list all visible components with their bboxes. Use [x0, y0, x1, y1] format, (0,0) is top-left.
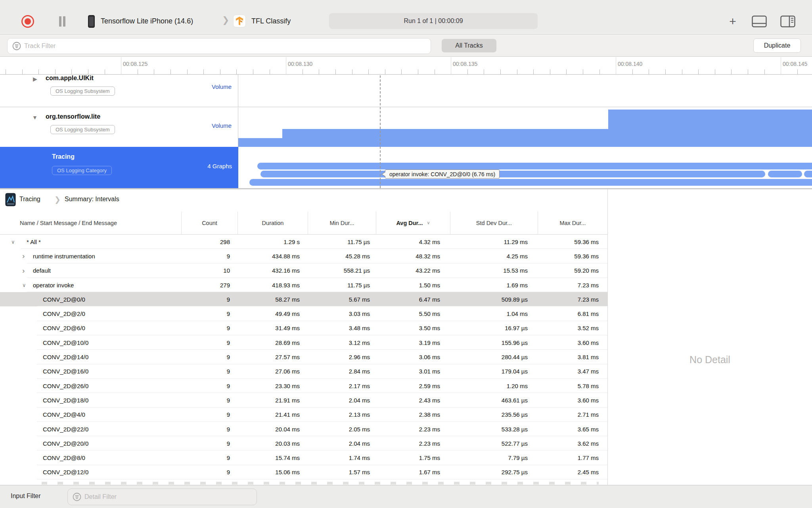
- table-row[interactable]: CONV_2D@2/0949.49 ms3.03 ms5.50 ms1.04 m…: [0, 306, 607, 321]
- volume-histogram-lane[interactable]: [238, 108, 812, 147]
- row-disclosure-icon[interactable]: ∨: [22, 278, 30, 292]
- uikit-lane[interactable]: [238, 75, 812, 107]
- table-row[interactable]: CONV_2D@8/0915.74 ms1.74 ms1.75 ms7.79 µ…: [0, 450, 607, 465]
- table-row[interactable]: ›default10432.16 ms558.21 µs43.22 ms15.5…: [0, 264, 607, 278]
- track-row-tracing-selected[interactable]: Tracing OS Logging Category 4 Graphs: [0, 147, 812, 188]
- ruler-tick: [698, 69, 699, 74]
- interval-bar[interactable]: [804, 171, 812, 177]
- all-tracks-button[interactable]: All Tracks: [442, 39, 496, 52]
- iphone-icon: [88, 15, 95, 28]
- column-header-avgdur[interactable]: Avg Dur...∨: [376, 212, 450, 234]
- row-min-cell: 1.57 ms: [308, 465, 370, 479]
- column-header-stddevdur[interactable]: Std Dev Dur...: [450, 212, 538, 234]
- table-row[interactable]: CONV_2D@10/0928.69 ms3.12 ms3.19 ms155.9…: [0, 335, 607, 350]
- interval-bar[interactable]: [249, 179, 812, 186]
- table-row[interactable]: CONV_2D@12/0915.06 ms1.57 ms1.67 ms292.7…: [0, 465, 607, 479]
- row-std-cell: 16.97 µs: [450, 321, 528, 335]
- table-row[interactable]: CONV_2D@20/0920.03 ms2.04 ms2.23 ms522.7…: [0, 436, 607, 450]
- add-instrument-button[interactable]: +: [726, 14, 740, 29]
- track-filter-input[interactable]: Track Filter: [7, 38, 431, 54]
- ruler-tick: [583, 69, 583, 74]
- breadcrumb-page[interactable]: Summary: Intervals: [65, 196, 119, 203]
- column-header-maxdur[interactable]: Max Dur...: [538, 212, 607, 234]
- row-disclosure-icon[interactable]: ›: [22, 249, 30, 263]
- ruler-tick: [319, 69, 319, 74]
- table-row[interactable]: CONV_2D@16/0927.06 ms2.84 ms3.01 ms179.0…: [0, 364, 607, 379]
- row-count-cell: 9: [181, 465, 230, 479]
- row-avg-cell: 2.38 ms: [376, 408, 440, 422]
- row-max-cell: 59.36 ms: [538, 249, 599, 263]
- table-row[interactable]: CONV_2D@22/0920.04 ms2.05 ms2.23 ms533.2…: [0, 422, 607, 436]
- record-button[interactable]: [21, 15, 34, 28]
- row-duration-cell: 434.88 ms: [237, 249, 300, 263]
- row-max-cell: 2.45 ms: [538, 465, 599, 479]
- column-header-duration[interactable]: Duration: [237, 212, 308, 234]
- column-header-count[interactable]: Count: [181, 212, 237, 234]
- row-std-cell: 522.77 µs: [450, 436, 528, 450]
- track-row-uikit[interactable]: ▶ com.apple.UIKit OS Logging Subsystem V…: [0, 75, 812, 107]
- disclosure-triangle-icon[interactable]: ▶: [33, 76, 37, 82]
- row-disclosure-icon[interactable]: ∨: [11, 235, 19, 249]
- disclosure-triangle-icon[interactable]: ▼: [32, 114, 38, 121]
- row-duration-cell: 21.91 ms: [237, 393, 300, 407]
- volume-segment: [608, 110, 812, 147]
- table-row[interactable]: CONV_2D@0/0958.27 ms5.67 ms6.47 ms509.89…: [0, 292, 607, 306]
- row-count-cell: 9: [181, 422, 230, 436]
- track-title: com.apple.UIKit: [46, 75, 94, 82]
- table-header-row: Name / Start Message / End MessageCountD…: [0, 212, 607, 235]
- breadcrumb-chevron-icon: ❯: [54, 195, 61, 204]
- row-count-cell: 9: [181, 364, 230, 379]
- row-std-cell: 509.89 µs: [450, 292, 528, 306]
- device-target-title[interactable]: Tensorflow Lite iPhone (14.6): [101, 17, 193, 25]
- table-row[interactable]: ∨operator invoke279418.93 ms11.75 µs1.50…: [0, 278, 607, 292]
- ruler-tick: [797, 69, 798, 74]
- playhead-line[interactable]: [380, 75, 381, 188]
- row-std-cell: 15.53 ms: [450, 264, 528, 278]
- interval-bar[interactable]: [768, 171, 802, 177]
- toggle-bottom-pane-button[interactable]: [750, 14, 768, 29]
- app-icon: [233, 15, 246, 27]
- row-min-cell: 2.04 ms: [308, 393, 370, 407]
- row-avg-cell: 43.22 ms: [376, 264, 440, 278]
- row-avg-cell: 5.50 ms: [376, 306, 440, 321]
- column-header-name[interactable]: Name / Start Message / End Message: [0, 212, 181, 234]
- filter-bar: Track Filter All Tracks Duplicate: [0, 35, 812, 57]
- row-name-cell: CONV_2D@10/0: [43, 335, 181, 350]
- interval-bar[interactable]: [257, 163, 812, 169]
- run-status-display[interactable]: Run 1 of 1 | 00:00:09: [329, 13, 538, 29]
- breadcrumb-root[interactable]: Tracing: [19, 196, 40, 203]
- track-row-tensorflow[interactable]: ▼ org.tensorflow.lite OS Logging Subsyst…: [0, 108, 812, 147]
- row-min-cell: 2.17 ms: [308, 379, 370, 393]
- ruler-tick: [533, 69, 534, 74]
- row-min-cell: 558.21 µs: [308, 264, 370, 278]
- toggle-right-pane-button[interactable]: [779, 14, 797, 29]
- table-row[interactable]: ∨* All *2981.29 s11.75 µs4.32 ms11.29 ms…: [0, 235, 607, 249]
- table-row[interactable]: ›runtime instrumentation9434.88 ms45.28 …: [0, 249, 607, 263]
- duplicate-button[interactable]: Duplicate: [753, 38, 801, 53]
- detail-filter-placeholder: Detail Filter: [84, 493, 117, 500]
- ruler-gridline: [781, 57, 781, 75]
- row-name-cell: CONV_2D@2/0: [43, 306, 181, 321]
- table-row[interactable]: CONV_2D@14/0927.57 ms2.96 ms3.06 ms280.4…: [0, 350, 607, 364]
- row-duration-cell: 15.06 ms: [237, 465, 300, 479]
- ruler-gridline: [616, 57, 616, 75]
- detail-filter-input[interactable]: Detail Filter: [67, 489, 257, 505]
- row-duration-cell: 20.04 ms: [237, 422, 300, 436]
- app-target-title[interactable]: TFL Classify: [251, 17, 291, 25]
- table-row[interactable]: CONV_2D@18/0921.91 ms2.04 ms2.43 ms463.6…: [0, 393, 607, 407]
- pause-button[interactable]: [58, 16, 67, 27]
- table-row[interactable]: CONV_2D@26/0923.30 ms2.17 ms2.59 ms1.20 …: [0, 379, 607, 393]
- interval-bar[interactable]: [260, 171, 765, 177]
- column-header-mindur[interactable]: Min Dur...: [308, 212, 376, 234]
- row-std-cell: 280.44 µs: [450, 350, 528, 364]
- timeline-ruler[interactable]: 00:08.12500:08.13000:08.13500:08.14000:0…: [0, 57, 812, 75]
- table-row[interactable]: CONV_2D@6/0931.49 ms3.48 ms3.50 ms16.97 …: [0, 321, 607, 335]
- table-row[interactable]: CONV_2D@4/0921.41 ms2.13 ms2.38 ms235.56…: [0, 408, 607, 422]
- ruler-time-label: 00:08.125: [123, 61, 147, 67]
- row-avg-cell: 4.32 ms: [376, 235, 440, 249]
- ruler-tick: [484, 69, 484, 74]
- row-min-cell: 2.05 ms: [308, 422, 370, 436]
- tracing-intervals-lane[interactable]: [238, 147, 812, 188]
- row-disclosure-icon[interactable]: ›: [22, 264, 30, 278]
- ruler-tick: [335, 69, 336, 74]
